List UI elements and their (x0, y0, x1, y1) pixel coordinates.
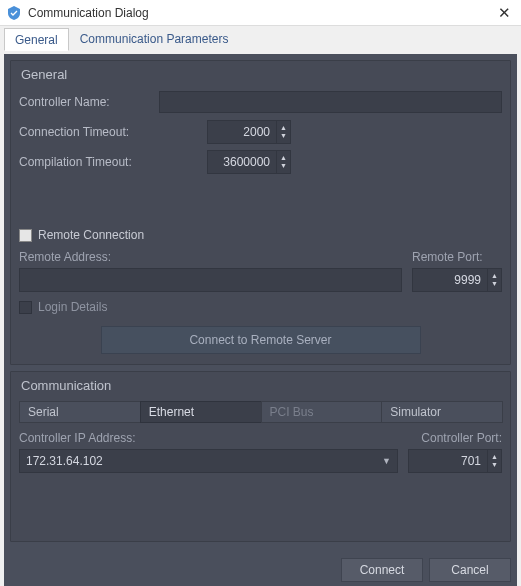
comm-tab-pcibus[interactable]: PCI Bus (261, 401, 383, 423)
remote-port-stepper[interactable]: 9999 ▲ ▼ (412, 268, 502, 292)
group-general: General Controller Name: Connection Time… (10, 60, 511, 365)
chevron-down-icon[interactable]: ▼ (280, 162, 287, 170)
chevron-down-icon[interactable]: ▼ (491, 280, 498, 288)
chevron-down-icon[interactable]: ▼ (491, 461, 498, 469)
compilation-timeout-label: Compilation Timeout: (19, 155, 159, 169)
tab-communication-parameters[interactable]: Communication Parameters (69, 27, 240, 50)
title-bar: Communication Dialog ✕ (0, 0, 521, 26)
comm-tab-serial[interactable]: Serial (19, 401, 141, 423)
login-details-label: Login Details (38, 300, 107, 314)
window-title: Communication Dialog (28, 6, 494, 20)
remote-port-label: Remote Port: (412, 250, 502, 264)
chevron-up-icon[interactable]: ▲ (280, 124, 287, 132)
connection-timeout-stepper[interactable]: 2000 ▲ ▼ (207, 120, 291, 144)
connect-button[interactable]: Connect (341, 558, 423, 582)
controller-port-label: Controller Port: (408, 431, 502, 445)
controller-port-spin[interactable]: ▲ ▼ (487, 450, 501, 472)
controller-name-input[interactable] (159, 91, 502, 113)
tab-general[interactable]: General (4, 28, 69, 51)
group-general-legend: General (21, 67, 502, 82)
chevron-up-icon[interactable]: ▲ (280, 154, 287, 162)
remote-address-label: Remote Address: (19, 250, 402, 264)
compilation-timeout-value: 3600000 (208, 155, 276, 169)
chevron-up-icon[interactable]: ▲ (491, 453, 498, 461)
controller-name-label: Controller Name: (19, 95, 159, 109)
cancel-button[interactable]: Cancel (429, 558, 511, 582)
controller-ip-select[interactable]: 172.31.64.102 ▼ (19, 449, 398, 473)
login-details-checkbox (19, 301, 32, 314)
row-controller-name: Controller Name: (19, 90, 502, 114)
remote-connection-label: Remote Connection (38, 228, 144, 242)
chevron-up-icon[interactable]: ▲ (491, 272, 498, 280)
footer: Connect Cancel (4, 550, 517, 586)
row-compilation-timeout: Compilation Timeout: 3600000 ▲ ▼ (19, 150, 502, 174)
controller-ip-label: Controller IP Address: (19, 431, 398, 445)
compilation-timeout-stepper[interactable]: 3600000 ▲ ▼ (207, 150, 291, 174)
app-icon (6, 5, 22, 21)
compilation-timeout-spin[interactable]: ▲ ▼ (276, 151, 290, 173)
row-connection-timeout: Connection Timeout: 2000 ▲ ▼ (19, 120, 502, 144)
controller-port-value: 701 (409, 454, 487, 468)
controller-port-stepper[interactable]: 701 ▲ ▼ (408, 449, 502, 473)
connection-timeout-spin[interactable]: ▲ ▼ (276, 121, 290, 143)
remote-port-spin[interactable]: ▲ ▼ (487, 269, 501, 291)
comm-tab-simulator[interactable]: Simulator (381, 401, 503, 423)
row-remote-connection: Remote Connection (19, 228, 502, 242)
remote-connection-checkbox[interactable] (19, 229, 32, 242)
connection-timeout-value: 2000 (208, 125, 276, 139)
remote-port-value: 9999 (413, 273, 487, 287)
remote-address-input[interactable] (19, 268, 402, 292)
close-icon[interactable]: ✕ (494, 4, 515, 22)
row-controller-ip-port: Controller IP Address: 172.31.64.102 ▼ C… (19, 431, 502, 473)
tab-strip: General Communication Parameters (0, 26, 521, 50)
comm-tab-ethernet[interactable]: Ethernet (140, 401, 262, 423)
page-body: General Controller Name: Connection Time… (4, 54, 517, 550)
group-communication: Communication Serial Ethernet PCI Bus Si… (10, 371, 511, 542)
row-remote-address-port: Remote Address: Remote Port: 9999 ▲ ▼ (19, 250, 502, 292)
chevron-down-icon[interactable]: ▼ (280, 132, 287, 140)
row-login-details: Login Details (19, 300, 502, 314)
chevron-down-icon: ▼ (382, 456, 391, 466)
communication-tabs: Serial Ethernet PCI Bus Simulator (19, 401, 502, 423)
group-communication-legend: Communication (21, 378, 502, 393)
connection-timeout-label: Connection Timeout: (19, 125, 159, 139)
connect-remote-server-button[interactable]: Connect to Remote Server (101, 326, 421, 354)
controller-ip-value: 172.31.64.102 (26, 454, 103, 468)
